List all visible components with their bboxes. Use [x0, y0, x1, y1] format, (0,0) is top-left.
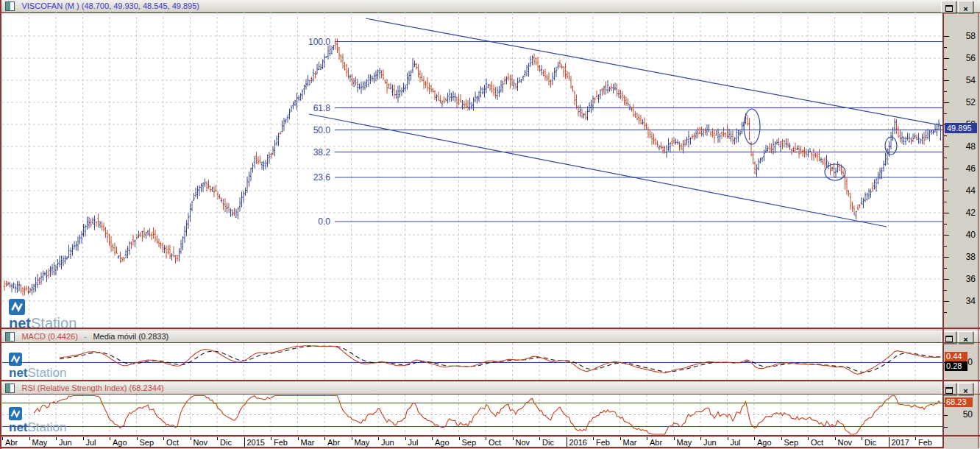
- time-axis-label: Dic: [864, 438, 876, 447]
- price-axis-label: 46: [946, 163, 976, 174]
- month-tick: [862, 437, 862, 440]
- time-axis-label: Sep: [140, 438, 155, 447]
- macd-title: MACD (0.4426): [21, 332, 77, 341]
- macd-zero-label: 0: [949, 357, 973, 367]
- month-tick: [513, 437, 514, 440]
- time-axis-label: 2015: [247, 438, 265, 447]
- time-axis-label: 2016: [569, 438, 587, 447]
- panel-border: [0, 447, 942, 448]
- rsi-value-badge: 68.23: [945, 397, 973, 407]
- main-maximize-button[interactable]: [941, 1, 956, 13]
- maximize-icon: [945, 336, 953, 342]
- time-axis-label: Dic: [220, 438, 232, 447]
- fib-label: 38.2: [313, 147, 331, 158]
- axis-divider: [942, 13, 944, 448]
- month-tick: [56, 437, 57, 440]
- price-axis-label: 38: [946, 252, 976, 262]
- time-axis-label: Mar: [623, 438, 637, 447]
- month-tick: [405, 437, 406, 440]
- fib-label: 100.0: [308, 37, 330, 47]
- rsi-window-icon: [5, 383, 15, 393]
- macd-titlebar[interactable]: MACD (0.4426) - Media móvil (0.2833): [0, 330, 980, 343]
- price-axis-label: 54: [946, 75, 976, 85]
- macd-subtitle: Media móvil (0.2833): [93, 332, 168, 341]
- month-tick: [378, 437, 379, 440]
- time-axis-label: Dic: [542, 438, 554, 447]
- month-tick: [539, 437, 540, 440]
- axis-tick: [944, 312, 947, 313]
- rsi-titlebar[interactable]: RSI (Relative Strength Index) (68.2344): [0, 382, 980, 395]
- macd-title-separator: -: [84, 332, 87, 341]
- axis-tick: [944, 246, 947, 247]
- rsi-plot[interactable]: [2, 395, 942, 435]
- month-tick: [137, 437, 138, 440]
- month-tick: [110, 437, 110, 440]
- netstation-watermark: netStation: [9, 353, 66, 381]
- price-axis-label: 40: [946, 230, 976, 240]
- month-tick: [647, 437, 647, 440]
- price-axis-label: 42: [946, 208, 976, 218]
- watermark-station: Station: [28, 366, 67, 380]
- time-axis-label: Feb: [918, 438, 932, 447]
- month-tick: [29, 437, 30, 440]
- axis-tick: [944, 135, 947, 136]
- fib-label: 23.6: [313, 172, 331, 183]
- month-tick: [486, 437, 486, 440]
- month-tick: [352, 437, 352, 440]
- macd-plot[interactable]: [2, 343, 942, 380]
- axis-tick: [944, 268, 947, 269]
- fib-label: 50.0: [313, 125, 331, 135]
- maximize-icon: [945, 5, 953, 12]
- fib-label: 0.0: [318, 216, 330, 227]
- last-price-badge: 49.895: [945, 123, 977, 133]
- month-tick: [835, 437, 836, 440]
- time-axis-label: Abr: [327, 438, 340, 447]
- time-axis-label: Nov: [516, 438, 530, 447]
- time-axis-label: Jun: [59, 438, 72, 447]
- month-tick: [728, 437, 728, 440]
- time-axis-label: Ago: [757, 438, 772, 447]
- time-axis-label: Abr: [5, 438, 18, 447]
- main-chart-titlebar[interactable]: VISCOFAN (M ) (48.700, 49.930, 48.545, 4…: [0, 0, 980, 13]
- panel-border: [0, 435, 980, 436]
- time-axis-label: Sep: [462, 438, 477, 447]
- main-close-button[interactable]: ×: [958, 1, 973, 13]
- month-tick: [700, 437, 701, 440]
- time-axis-label: Oct: [489, 438, 501, 447]
- time-axis-label: Jun: [703, 438, 717, 447]
- axis-tick: [944, 202, 947, 202]
- time-axis-label: Ago: [435, 438, 450, 447]
- time-axis-label: Jul: [731, 438, 741, 447]
- month-tick: [324, 437, 325, 440]
- netstation-logo-icon: [9, 299, 77, 315]
- window-left-border: [0, 0, 1, 449]
- price-axis-label: 34: [946, 296, 976, 306]
- month-tick: [432, 437, 433, 440]
- panel-border: [0, 380, 980, 381]
- month-tick: [298, 437, 299, 440]
- fib-label: 61.8: [313, 103, 331, 113]
- time-axis-label: Jun: [381, 438, 394, 447]
- netstation-window: VISCOFAN (M ) (48.700, 49.930, 48.545, 4…: [0, 0, 980, 449]
- time-axis-label: Sep: [784, 438, 799, 447]
- time-axis-label: May: [677, 438, 692, 447]
- price-axis-label: 58: [946, 31, 976, 41]
- time-axis-label: Jul: [408, 438, 419, 447]
- time-axis-label: Feb: [274, 438, 288, 447]
- maximize-icon: [945, 387, 953, 394]
- month-tick: [808, 437, 809, 440]
- axis-tick: [944, 180, 947, 180]
- netstation-logo-icon: [9, 407, 66, 420]
- time-axis-label: Nov: [838, 438, 853, 447]
- window-right-border: [978, 13, 979, 448]
- price-axis-label: 44: [946, 185, 976, 196]
- main-chart-plot[interactable]: 100.061.850.038.223.60.0: [2, 13, 942, 328]
- month-tick: [781, 437, 782, 440]
- month-tick: [620, 437, 621, 440]
- time-axis-label: Oct: [811, 438, 823, 447]
- price-axis-label: 36: [946, 274, 976, 284]
- time-axis-label: Ago: [113, 438, 127, 447]
- rsi-title: RSI (Relative Strength Index) (68.2344): [21, 383, 163, 392]
- axis-tick: [944, 91, 947, 92]
- month-tick: [2, 437, 3, 440]
